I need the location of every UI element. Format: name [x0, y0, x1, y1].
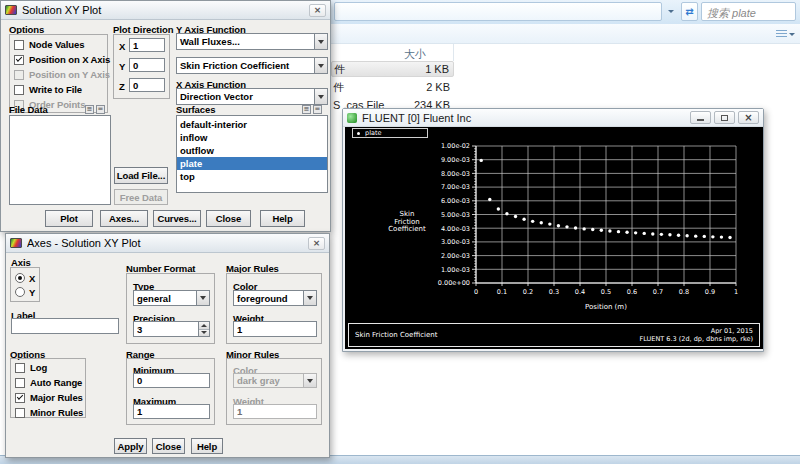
surface-item-outflow[interactable]: outflow	[177, 144, 327, 157]
z-direction-label: Z	[119, 81, 125, 92]
chevron-down-icon[interactable]	[314, 58, 327, 73]
column-header-size[interactable]: 大小	[404, 47, 426, 62]
maximum-input[interactable]	[133, 404, 210, 419]
precision-stepper[interactable]	[133, 321, 210, 337]
chevron-down-icon[interactable]	[314, 89, 327, 104]
checkbox-node-values[interactable]: Node Values	[10, 37, 107, 52]
surface-item-default-interior[interactable]: default-interior	[177, 118, 327, 131]
major-weight-input[interactable]	[233, 321, 317, 337]
axis-x-radio[interactable]: X	[11, 271, 39, 285]
close-button[interactable]: Close	[206, 210, 251, 227]
svg-text:0.3: 0.3	[549, 288, 559, 296]
file-row[interactable]: 件1 KB	[331, 61, 454, 77]
precision-input[interactable]	[134, 322, 198, 336]
axis-y-radio[interactable]: Y	[11, 285, 39, 299]
x-direction-label: X	[119, 41, 125, 52]
svg-text:0.2: 0.2	[523, 288, 533, 296]
axes-options-group: LogAuto RangeMajor RulesMinor Rules	[10, 358, 86, 418]
x-axis-function-select[interactable]: Direction Vector	[176, 88, 328, 105]
minimize-button[interactable]	[690, 111, 711, 124]
options-group: Node ValuesPosition on X AxisPosition on…	[9, 34, 108, 113]
fluent-window-titlebar[interactable]: FLUENT [0] Fluent Inc ×	[343, 109, 763, 127]
plot-canvas: plate 00.10.20.30.40.50.60.70.80.910.00e…	[345, 127, 763, 349]
axes-dialog-titlebar[interactable]: Axes - Solution XY Plot ×	[6, 234, 329, 253]
checkbox-icon[interactable]	[15, 408, 25, 418]
type-select[interactable]: general	[133, 290, 210, 306]
checkbox-icon[interactable]	[14, 40, 24, 50]
y-axis-quantity-select[interactable]: Skin Friction Coefficient	[176, 57, 328, 74]
chevron-down-icon	[303, 374, 316, 387]
y-direction-input[interactable]	[129, 58, 165, 72]
major-color-select[interactable]: foreground	[233, 290, 317, 306]
view-options-button[interactable]	[772, 27, 798, 42]
file-data-listbox[interactable]	[9, 115, 111, 205]
z-direction-input[interactable]	[129, 78, 165, 92]
spin-down-icon[interactable]	[199, 330, 209, 337]
xy-dialog-titlebar[interactable]: Solution XY Plot ×	[1, 1, 330, 20]
curves-button[interactable]: Curves...	[153, 210, 201, 227]
svg-text:1: 1	[734, 288, 738, 296]
checkbox-label: Log	[30, 362, 47, 373]
radio-icon[interactable]	[15, 273, 25, 283]
close-button[interactable]: ×	[309, 4, 326, 17]
checkbox-icon[interactable]	[14, 85, 24, 95]
file-row[interactable]: 件2 KB	[331, 79, 454, 95]
spinner-buttons[interactable]	[198, 322, 209, 336]
svg-text:9.00e-03: 9.00e-03	[441, 156, 470, 164]
axes-button[interactable]: Axes...	[100, 210, 148, 227]
close-button[interactable]: Close	[152, 438, 185, 454]
caption-version: Apr 01, 2015 FLUENT 6.3 (2d, dp, dbns im…	[640, 327, 753, 343]
y-axis-quantity-value: Skin Friction Coefficient	[177, 58, 314, 73]
address-field[interactable]	[334, 2, 662, 21]
list-view-icon	[776, 30, 787, 39]
checkbox-major-rules[interactable]: Major Rules	[11, 390, 85, 405]
y-axis-function-select[interactable]: Wall Fluxes...	[176, 33, 328, 50]
search-input[interactable]	[702, 5, 795, 22]
x-direction-input[interactable]	[129, 38, 165, 52]
spin-up-icon[interactable]	[199, 322, 209, 330]
y-axis-title: SkinFrictionCoefficient	[375, 211, 439, 234]
surfaces-listbox[interactable]: default-interiorinflowoutflowplatetop	[176, 115, 328, 193]
svg-text:0.4: 0.4	[575, 288, 585, 296]
chevron-down-icon[interactable]	[303, 291, 316, 305]
svg-text:2.00e-03: 2.00e-03	[441, 252, 470, 260]
address-dropdown-button[interactable]	[663, 2, 679, 21]
axis-group: X Y	[10, 267, 40, 302]
apply-button[interactable]: Apply	[114, 438, 147, 454]
list-menu-icon[interactable]: ≡	[85, 105, 94, 114]
help-button[interactable]: Help	[260, 210, 305, 227]
load-file-button[interactable]: Load File...	[114, 167, 168, 184]
checkbox-position-on-y-axis: Position on Y Axis	[10, 67, 107, 82]
surface-item-top[interactable]: top	[177, 170, 327, 183]
close-button[interactable]: ×	[738, 111, 759, 124]
checkbox-icon[interactable]	[15, 378, 25, 388]
list-options-icon[interactable]: =	[96, 105, 105, 114]
minimum-input[interactable]	[133, 373, 210, 388]
list-menu-icon[interactable]: ≡	[302, 105, 311, 114]
axis-label-input[interactable]	[11, 318, 119, 334]
refresh-button[interactable]: ⇄	[681, 2, 698, 21]
checkbox-auto-range[interactable]: Auto Range	[11, 375, 85, 390]
checkbox-log[interactable]: Log	[11, 360, 85, 375]
major-rules-group: Color foreground Weight	[226, 273, 322, 344]
checkbox-icon[interactable]	[15, 393, 25, 403]
checkbox-icon[interactable]	[14, 55, 24, 65]
svg-text:0: 0	[474, 288, 478, 296]
chevron-down-icon[interactable]	[314, 34, 327, 49]
close-button[interactable]: ×	[308, 237, 325, 250]
fluent-graphics-window: FLUENT [0] Fluent Inc × plate 00.10.20.3…	[342, 108, 764, 352]
radio-icon[interactable]	[15, 287, 25, 297]
list-options-icon[interactable]: =	[313, 105, 322, 114]
help-button[interactable]: Help	[191, 438, 223, 454]
surface-item-plate[interactable]: plate	[177, 157, 327, 170]
plot-button[interactable]: Plot	[45, 210, 93, 227]
file-size: 2 KB	[396, 81, 454, 93]
surface-item-inflow[interactable]: inflow	[177, 131, 327, 144]
restore-button[interactable]	[714, 111, 735, 124]
checkbox-minor-rules[interactable]: Minor Rules	[11, 405, 85, 420]
checkbox-write-to-file[interactable]: Write to File	[10, 82, 107, 97]
checkbox-icon[interactable]	[15, 363, 25, 373]
checkbox-position-on-x-axis[interactable]: Position on X Axis	[10, 52, 107, 67]
plot-caption: Skin Friction Coefficient Apr 01, 2015 F…	[348, 323, 760, 347]
chevron-down-icon[interactable]	[196, 291, 209, 305]
